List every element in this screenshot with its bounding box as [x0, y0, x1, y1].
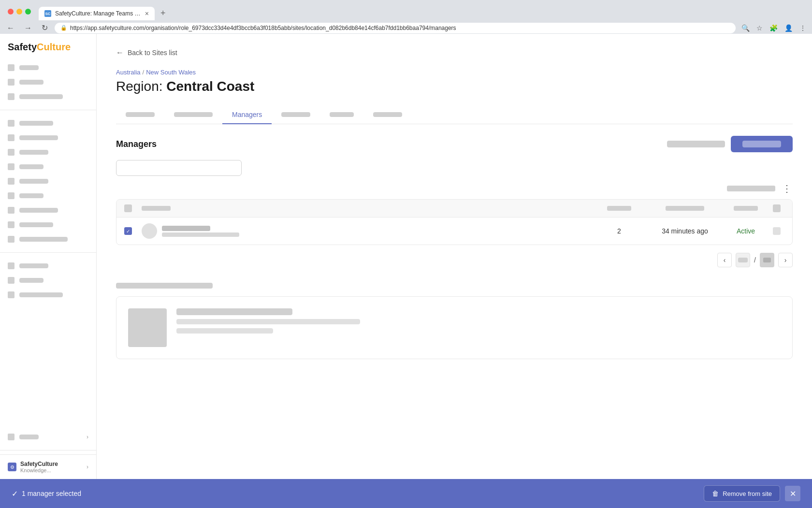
- sidebar-item-4[interactable]: [0, 116, 96, 131]
- tab-4[interactable]: [272, 107, 320, 123]
- breadcrumb-child[interactable]: New South Wales: [146, 69, 196, 76]
- tab-2[interactable]: [164, 107, 222, 123]
- refresh-nav-button[interactable]: ↻: [39, 22, 51, 33]
- traffic-light-minimize[interactable]: [16, 9, 22, 15]
- browser-tab-active[interactable]: SC SafetyCulture: Manage Teams and... ×: [39, 7, 155, 20]
- sidebar-item-icon-5: [8, 134, 14, 141]
- add-managers-button[interactable]: [731, 136, 793, 152]
- row-checkbox[interactable]: [124, 227, 134, 235]
- sidebar-expand-chevron: ›: [87, 434, 88, 440]
- forward-nav-button[interactable]: →: [21, 23, 35, 33]
- sidebar-expand-item[interactable]: ›: [0, 430, 96, 444]
- tab-6[interactable]: [363, 107, 412, 123]
- sidebar-item-icon-1: [8, 64, 14, 71]
- sidebar-item-10[interactable]: [0, 203, 96, 218]
- main-content: ← Back to Sites list Australia / New Sou…: [97, 34, 812, 479]
- menu-toolbar-button[interactable]: ⋮: [798, 23, 808, 33]
- sidebar-item-12[interactable]: [0, 232, 96, 247]
- lower-card: [116, 296, 793, 359]
- sidebar-item-11[interactable]: [0, 218, 96, 232]
- sidebar-expand-icon: [8, 434, 14, 440]
- new-tab-button[interactable]: +: [157, 6, 170, 20]
- lock-icon: 🔒: [60, 25, 67, 31]
- status-active-label: Active: [737, 227, 755, 235]
- remove-label: Remove from site: [723, 490, 772, 497]
- table-row[interactable]: 2 34 minutes ago Active: [116, 218, 792, 245]
- sidebar-item-7[interactable]: [0, 160, 96, 174]
- sidebar-item-1[interactable]: [0, 60, 96, 75]
- address-bar[interactable]: 🔒 https://app.safetyculture.com/organisa…: [55, 23, 736, 33]
- pagination-prev-button[interactable]: ‹: [717, 253, 732, 267]
- sidebar-item-icon-13: [8, 262, 14, 269]
- row-time: 34 minutes ago: [651, 227, 719, 235]
- user-name: [162, 226, 210, 231]
- tab-1[interactable]: [116, 107, 164, 123]
- back-nav-button[interactable]: ←: [4, 23, 17, 33]
- extensions-toolbar-button[interactable]: 🧩: [768, 23, 780, 33]
- sidebar-item-8[interactable]: [0, 174, 96, 189]
- sidebar-item-icon-6: [8, 149, 14, 156]
- tab-title: SafetyCulture: Manage Teams and...: [55, 10, 141, 17]
- sidebar-item-icon-9: [8, 192, 14, 199]
- filter-placeholder: [727, 186, 775, 191]
- search-input[interactable]: [116, 160, 242, 176]
- row-status: Active: [726, 227, 765, 235]
- lower-card-line2: [176, 319, 360, 324]
- sidebar-item-icon-4: [8, 120, 14, 127]
- pagination-separator: /: [754, 256, 756, 264]
- back-label-text: Back to Sites list: [128, 49, 177, 57]
- sidebar-item-icon-12: [8, 236, 14, 243]
- sidebar-item-icon-8: [8, 178, 14, 185]
- breadcrumb: Australia / New South Wales: [116, 69, 793, 76]
- remove-from-site-button[interactable]: 🗑 Remove from site: [704, 485, 780, 502]
- sidebar-item-3[interactable]: [0, 89, 96, 104]
- title-prefix: Region:: [116, 79, 163, 94]
- tab-favicon: SC: [44, 10, 51, 17]
- sidebar-divider-footer: [0, 450, 96, 450]
- sidebar-item-icon-11: [8, 221, 14, 228]
- traffic-light-close[interactable]: [8, 9, 14, 15]
- sidebar-item-9[interactable]: [0, 189, 96, 203]
- breadcrumb-root[interactable]: Australia: [116, 69, 141, 76]
- tab-managers[interactable]: Managers: [222, 106, 272, 124]
- search-wrapper: [116, 160, 793, 176]
- lower-section-title: [116, 283, 213, 289]
- sidebar-item-15[interactable]: [0, 288, 96, 302]
- pagination-next-button[interactable]: ›: [778, 253, 793, 267]
- tabs-bar: Managers: [116, 106, 793, 124]
- sidebar-item-6[interactable]: [0, 145, 96, 160]
- page-title: Region: Central Coast: [116, 79, 793, 94]
- pagination-current-page[interactable]: [736, 253, 750, 267]
- tab-close-icon[interactable]: ×: [145, 10, 149, 17]
- footer-chevron: ›: [87, 464, 88, 470]
- row-user: [142, 223, 587, 239]
- bookmark-toolbar-button[interactable]: ☆: [754, 23, 765, 33]
- selected-count-text: 1 manager selected: [22, 490, 81, 497]
- pagination: ‹ / ›: [116, 253, 793, 267]
- profile-toolbar-button[interactable]: 👤: [783, 23, 795, 33]
- back-arrow-icon: ←: [116, 48, 124, 57]
- back-to-sites-link[interactable]: ← Back to Sites list: [116, 48, 793, 57]
- managers-table: 2 34 minutes ago Active: [116, 199, 793, 245]
- sidebar-item-5[interactable]: [0, 131, 96, 145]
- sidebar-item-icon-14: [8, 277, 14, 284]
- more-options-button[interactable]: ⋮: [781, 182, 793, 195]
- managers-section-title: Managers: [116, 139, 157, 149]
- lower-card-image: [128, 308, 167, 347]
- lower-card-line1: [176, 308, 292, 315]
- lower-section: [116, 283, 793, 359]
- sidebar: SafetyCulture: [0, 34, 97, 479]
- managers-section-header: Managers: [116, 136, 793, 152]
- search-toolbar-button[interactable]: 🔍: [740, 23, 752, 33]
- sidebar-footer[interactable]: ⚙ SafetyCulture Knowledge... ›: [0, 454, 96, 479]
- bottom-bar: ✓ 1 manager selected 🗑 Remove from site …: [0, 479, 812, 508]
- sidebar-item-icon-10: [8, 207, 14, 214]
- bottom-bar-close-button[interactable]: ✕: [785, 486, 800, 501]
- selected-info: ✓ 1 manager selected: [12, 489, 81, 498]
- action-placeholder: [667, 141, 725, 147]
- sidebar-item-14[interactable]: [0, 273, 96, 288]
- sidebar-item-2[interactable]: [0, 75, 96, 89]
- tab-5[interactable]: [320, 107, 363, 123]
- sidebar-item-13[interactable]: [0, 259, 96, 273]
- traffic-light-fullscreen[interactable]: [25, 9, 31, 15]
